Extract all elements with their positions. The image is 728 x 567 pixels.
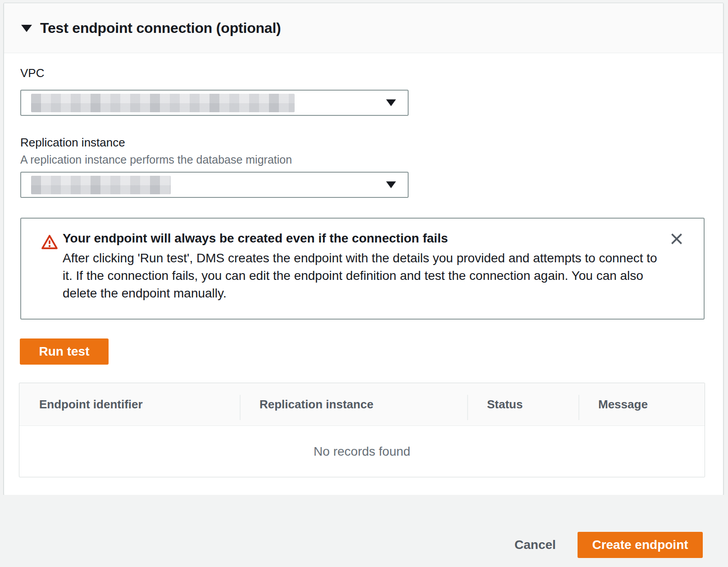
redacted-replication-instance-value xyxy=(31,176,171,194)
column-divider xyxy=(578,395,579,420)
dismiss-alert-button[interactable] xyxy=(668,230,686,248)
redacted-vpc-value xyxy=(31,94,295,112)
empty-table-message: No records found xyxy=(19,426,705,477)
vpc-select[interactable] xyxy=(20,90,409,116)
run-test-button[interactable]: Run test xyxy=(20,338,109,365)
caret-down-icon xyxy=(21,25,32,32)
section-header[interactable]: Test endpoint connection (optional) xyxy=(4,3,723,53)
column-header-message: Message xyxy=(578,398,705,412)
warning-triangle-icon xyxy=(41,234,58,252)
close-icon xyxy=(669,241,684,248)
footer-actions: Cancel Create endpoint xyxy=(0,495,728,567)
column-header-status: Status xyxy=(467,398,578,412)
create-endpoint-button[interactable]: Create endpoint xyxy=(578,532,703,558)
alert-title: Your endpoint will always be created eve… xyxy=(63,231,448,246)
warning-alert: Your endpoint will always be created eve… xyxy=(20,218,705,320)
replication-instance-description: A replication instance performs the data… xyxy=(20,153,292,166)
column-divider xyxy=(240,395,241,420)
caret-down-icon xyxy=(386,100,396,106)
section-title: Test endpoint connection (optional) xyxy=(40,20,281,37)
caret-down-icon xyxy=(386,182,396,188)
column-header-replication-instance: Replication instance xyxy=(240,398,467,412)
cancel-button[interactable]: Cancel xyxy=(499,532,571,558)
vpc-label: VPC xyxy=(20,66,44,80)
test-endpoint-connection-panel: Test endpoint connection (optional) VPC … xyxy=(4,3,723,495)
column-divider xyxy=(467,395,468,420)
column-header-endpoint-identifier: Endpoint identifier xyxy=(19,398,240,412)
replication-instance-select[interactable] xyxy=(20,172,409,198)
alert-body: After clicking 'Run test', DMS creates t… xyxy=(63,249,657,302)
test-results-table: Endpoint identifier Replication instance… xyxy=(19,383,705,477)
replication-instance-label: Replication instance xyxy=(20,136,125,150)
table-header-row: Endpoint identifier Replication instance… xyxy=(19,383,705,426)
